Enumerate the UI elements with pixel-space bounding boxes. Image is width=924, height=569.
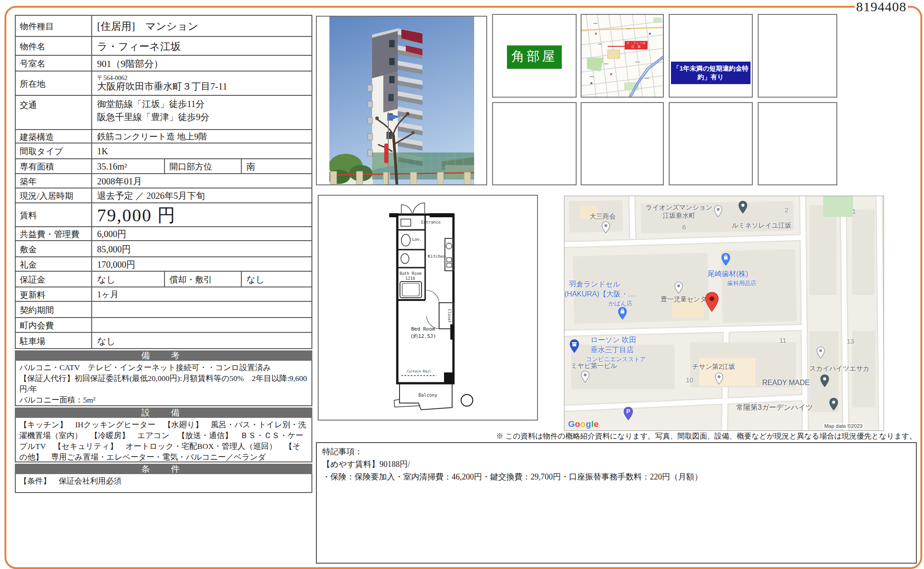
floorplan-lavatory-label: Lav. <box>412 237 422 242</box>
row-value: ラ・フィーネ江坂 <box>92 37 311 55</box>
map-pin-dark-icon <box>829 398 838 410</box>
row-label: 専有面積 <box>16 159 92 173</box>
table-row: 物件名ラ・フィーネ江坂 <box>16 37 311 56</box>
conditions-section-header: 条 件 <box>15 464 312 474</box>
table-row: 保証金なし償却・敷引なし <box>16 272 311 287</box>
equipment-text: 【キッチン】 IHクッキングヒーター 【水廻り】 風呂・バス・トイレ別・洗濯機置… <box>15 418 312 462</box>
table-row: 契約期間 <box>16 302 311 318</box>
floorplan-kitchen-label: Kitchen <box>428 254 446 259</box>
thumb-box-empty-4 <box>669 102 753 185</box>
property-table: 物件種目[住居用] マンション 物件名ラ・フィーネ江坂 号室名901（9階部分）… <box>15 15 312 493</box>
map-label: 6 <box>682 223 686 232</box>
row-value: 170,000円 <box>92 257 311 271</box>
map-pin-lawson-icon <box>569 339 578 352</box>
row-value: 1ヶ月 <box>92 287 311 301</box>
map-label: 1 <box>852 207 856 216</box>
remarks-text: バルコニ・CATV テレビ・インターネット接続可・・コンロ設置済み 【保証人代行… <box>15 361 312 406</box>
row-label: 建築構造 <box>16 130 92 143</box>
map-label: ミヤビ第一ビル <box>571 362 617 370</box>
google-letter: o <box>580 419 586 429</box>
document-number: 8194408 <box>855 0 908 15</box>
table-row: 号室名901（9階部分） <box>16 56 311 72</box>
map-label: ルミネソレイユ江坂 <box>732 221 791 229</box>
row-label: 礼金 <box>16 257 92 271</box>
row-label: 築年 <box>16 174 92 188</box>
floorplan-curtain-label: Curtain Rail <box>407 369 431 373</box>
row-label: 物件種目 <box>16 16 92 36</box>
thumb-box-empty-5 <box>758 102 837 185</box>
map-pin-parking-icon: P <box>623 407 632 419</box>
google-letter: e <box>594 419 599 429</box>
map-label: ローソン 吹田 <box>591 336 636 345</box>
map-pin-gray-icon <box>674 282 683 294</box>
floorplan-bedroom-size: (約12.5J) <box>410 333 436 339</box>
table-row: 駐車場なし <box>16 333 311 348</box>
row-label: 町内会費 <box>16 318 92 332</box>
table-row: 所在地〒564-0062大阪府吹田市垂水町３丁目7-11 <box>16 72 311 96</box>
map-pin-gray-icon <box>714 205 723 218</box>
floorplan-bath-size: 1216 <box>405 276 415 281</box>
table-row: 現況/入居時期退去予定 ／ 2026年5月下旬 <box>16 188 311 203</box>
map-copyright: Map data ©2023 <box>823 423 864 429</box>
row-label: 交通 <box>16 96 92 129</box>
floorplan-closet-label: Closet <box>447 309 452 323</box>
property-flyer-page: { "doc": { "number": "8194408" }, "table… <box>0 0 924 569</box>
special-notes-box: 特記事項： 【めやす賃料】90188円/ ・保険：保険要加入・室内清掃費：46,… <box>316 442 917 564</box>
postal-code: 〒564-0062 <box>97 75 227 81</box>
table-row: 専有面積35.16m²開口部方位南 <box>16 159 311 174</box>
google-letter: G <box>568 419 575 429</box>
thumb-box-empty-3 <box>581 102 664 185</box>
compass-icon <box>461 394 473 406</box>
row-label: 保証金 <box>16 272 92 287</box>
map-label: 常陽第3ガーデンハイツ <box>736 403 813 412</box>
building-photo-box <box>316 16 487 185</box>
row-value: 6,000円 <box>92 227 311 240</box>
row-label: 間取タイプ <box>16 143 92 158</box>
row-sub-label: 償却・敷引 <box>164 272 242 287</box>
corner-room-badge: 角部屋 <box>507 45 562 69</box>
row-value: 85,000円 <box>92 241 311 256</box>
row-label: 物件名 <box>16 37 92 55</box>
table-row: 敷金85,000円 <box>16 241 311 257</box>
map-label: かばん店 <box>609 300 632 307</box>
remarks-section-header: 備 考 <box>15 350 312 361</box>
map-base-layer <box>564 196 884 431</box>
equipment-section-header: 設 備 <box>15 408 312 418</box>
row-value: 〒564-0062大阪府吹田市垂水町３丁目7-11 <box>92 72 311 95</box>
row-value: 35.16m² <box>92 159 164 173</box>
table-row: 物件種目[住居用] マンション <box>16 16 311 37</box>
table-row: 間取タイプ1K <box>16 143 311 159</box>
table-row: 築年2008年01月 <box>16 174 311 188</box>
row-value: 鉄筋コンクリート造 地上9階 <box>92 130 311 143</box>
map-pin-shopping-icon <box>721 253 730 265</box>
thumb-box-penalty-banner: 「1年未満の短期違約金特約」有り <box>669 14 753 98</box>
map-label: 垂水三丁目店 <box>591 345 634 354</box>
thumb-box-corner-room: 角部屋 <box>492 14 577 98</box>
row-label: 賃料 <box>16 203 92 226</box>
map-label: 11 <box>779 336 786 345</box>
row-label: 号室名 <box>16 56 92 71</box>
floorplan-bedroom-label: Bed Room <box>411 326 435 332</box>
special-notes-title: 特記事項： <box>322 446 911 458</box>
map-label: スカイハイツエサカ <box>809 364 870 372</box>
floorplan-bath-label: Bath Room <box>400 271 422 276</box>
table-row: 建築構造鉄筋コンクリート造 地上9階 <box>16 130 311 143</box>
row-value: なし <box>92 333 311 348</box>
parking-letter: P <box>626 408 630 415</box>
map-label: チサン第2江坂 <box>692 363 735 371</box>
map-pin-gray-icon <box>816 346 825 359</box>
map-label: 大三商会 <box>590 212 616 220</box>
thumb-box-empty-2 <box>492 102 577 185</box>
google-letter: g <box>586 419 591 429</box>
google-letter: o <box>575 419 580 429</box>
minimap-image <box>582 15 663 97</box>
disclaimer-text: ※ この資料は物件の概略紹介資料になります。写真、間取図面、設備、概要などが現況… <box>316 431 917 441</box>
map-label: 歯科用品店 <box>727 280 756 287</box>
floorplan-entrance-label: Entrance <box>421 220 440 224</box>
minimap-property-marker: ラ・フィーネ 江 坂 <box>625 41 648 49</box>
row-value: 退去予定 ／ 2026年5月下旬 <box>92 188 311 202</box>
table-row: 町内会費 <box>16 318 311 333</box>
row-label: 更新料 <box>16 287 92 301</box>
table-row: 賃料79,000 円 <box>16 203 311 227</box>
map-label: 2 <box>785 206 788 215</box>
